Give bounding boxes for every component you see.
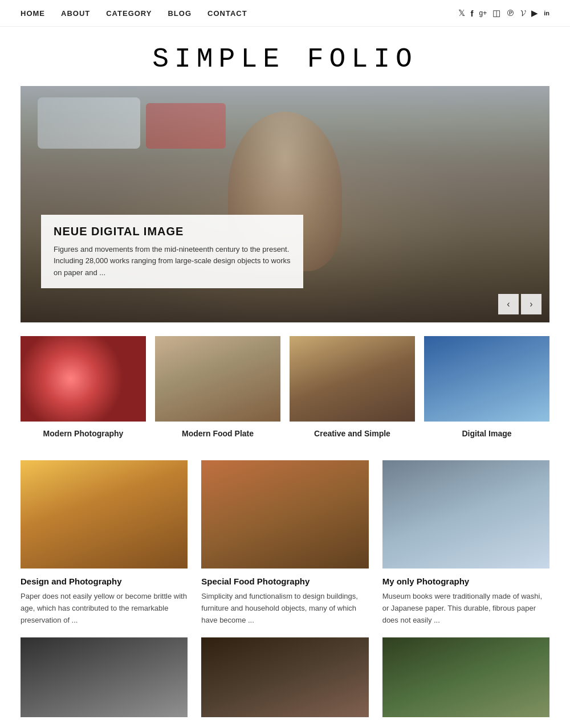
nav-contact[interactable]: CONTACT bbox=[207, 9, 247, 18]
gallery-4-grid: Modern Photography Modern Food Plate Cre… bbox=[0, 322, 570, 444]
gallery-title-4: Digital Image bbox=[462, 429, 511, 438]
gallery-item-2[interactable]: Modern Food Plate bbox=[155, 336, 280, 439]
next-arrow[interactable]: › bbox=[521, 294, 542, 314]
hero-title: NEUE DIGITAL IMAGE bbox=[54, 225, 291, 238]
twitter-icon[interactable]: 𝕏 bbox=[458, 8, 465, 18]
blog-thumb-6 bbox=[382, 637, 549, 717]
blog-excerpt-3: Museum books were traditionally made of … bbox=[382, 591, 549, 626]
gallery-title-1: Modern Photography bbox=[43, 429, 124, 438]
blog-thumb-3 bbox=[382, 460, 549, 569]
blog-item-3[interactable]: My only Photography Museum books were tr… bbox=[382, 460, 549, 626]
gallery-thumb-1 bbox=[21, 336, 146, 422]
gallery-thumb-3 bbox=[290, 336, 415, 422]
gallery-item-4[interactable]: Digital Image bbox=[424, 336, 549, 439]
gallery-thumb-4 bbox=[424, 336, 549, 422]
gallery-item-1[interactable]: Modern Photography bbox=[21, 336, 146, 439]
blog-title-1: Design and Photography bbox=[21, 576, 188, 586]
instagram-icon[interactable]: ◫ bbox=[492, 8, 500, 18]
blog-excerpt-1: Paper does not easily yellow or become b… bbox=[21, 591, 188, 626]
hero-description: Figures and movements from the mid-ninet… bbox=[54, 244, 291, 279]
prev-arrow[interactable]: ‹ bbox=[498, 294, 519, 314]
gallery-thumb-2 bbox=[155, 336, 280, 422]
blog-thumb-5 bbox=[201, 637, 368, 717]
site-title: SIMPLE FOLIO bbox=[0, 27, 570, 86]
social-icons: 𝕏 f g+ ◫ ℗ 𝓥 ▶ in bbox=[458, 8, 549, 18]
blog-item-6[interactable] bbox=[382, 637, 549, 725]
nav-links: HOME ABOUT CATEGORY BLOG CONTACT bbox=[21, 9, 247, 18]
slider-arrows: ‹ › bbox=[498, 294, 542, 314]
blog-thumb-4 bbox=[21, 637, 188, 717]
main-nav: HOME ABOUT CATEGORY BLOG CONTACT 𝕏 f g+ … bbox=[0, 0, 570, 27]
blog-3-grid: Design and Photography Paper does not ea… bbox=[0, 444, 570, 635]
linkedin-icon[interactable]: in bbox=[544, 10, 549, 17]
nav-blog[interactable]: BLOG bbox=[168, 9, 192, 18]
blog-item-4[interactable] bbox=[21, 637, 188, 725]
blog-thumb-1 bbox=[21, 460, 188, 569]
blog-item-2[interactable]: Special Food Photography Simplicity and … bbox=[201, 460, 368, 626]
nav-home[interactable]: HOME bbox=[21, 9, 45, 18]
vimeo-icon[interactable]: 𝓥 bbox=[520, 8, 526, 18]
blog-title-2: Special Food Photography bbox=[201, 576, 368, 586]
hero-caption: NEUE DIGITAL IMAGE Figures and movements… bbox=[41, 215, 303, 288]
blog-3-bottom-grid bbox=[0, 635, 570, 728]
googleplus-icon[interactable]: g+ bbox=[479, 9, 487, 17]
blog-title-3: My only Photography bbox=[382, 576, 549, 586]
blog-thumb-2 bbox=[201, 460, 368, 569]
blog-item-1[interactable]: Design and Photography Paper does not ea… bbox=[21, 460, 188, 626]
nav-category[interactable]: CATEGORY bbox=[106, 9, 152, 18]
nav-about[interactable]: ABOUT bbox=[61, 9, 90, 18]
blog-excerpt-2: Simplicity and functionalism to design b… bbox=[201, 591, 368, 626]
youtube-icon[interactable]: ▶ bbox=[531, 8, 538, 18]
gallery-title-2: Modern Food Plate bbox=[182, 429, 254, 438]
pinterest-icon[interactable]: ℗ bbox=[506, 8, 515, 18]
blog-item-5[interactable] bbox=[201, 637, 368, 725]
gallery-title-3: Creative and Simple bbox=[314, 429, 390, 438]
gallery-item-3[interactable]: Creative and Simple bbox=[290, 336, 415, 439]
facebook-icon[interactable]: f bbox=[471, 9, 474, 18]
